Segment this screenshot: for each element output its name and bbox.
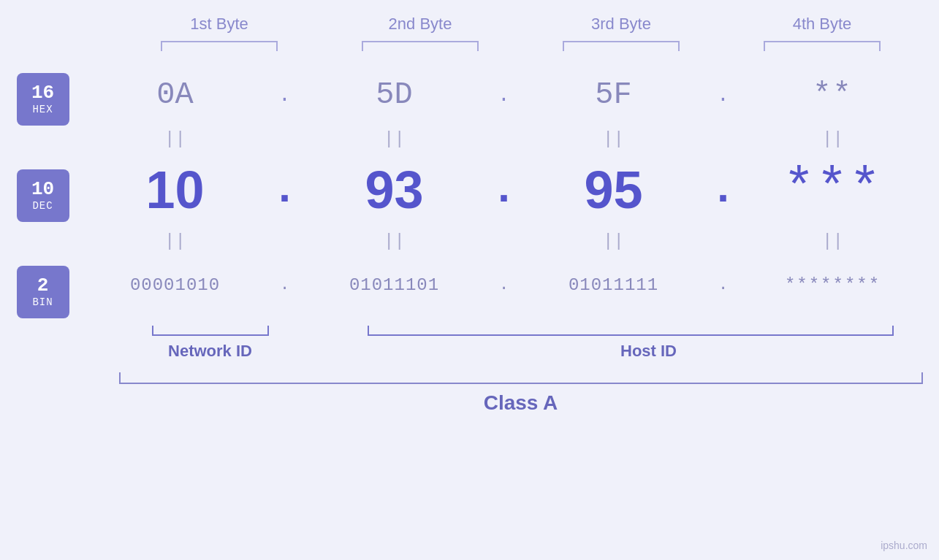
network-id-label: Network ID — [119, 342, 302, 361]
byte3-header: 3rd Byte — [548, 15, 694, 34]
host-id-label: Host ID — [375, 342, 923, 361]
byte2-header: 2nd Byte — [347, 15, 493, 34]
bin-b3: 01011111 — [522, 275, 705, 295]
top-brackets-row — [119, 41, 923, 51]
eq2-b2: || — [303, 231, 486, 251]
dec-badge-number: 10 — [31, 180, 54, 199]
bin-b4: ******** — [742, 275, 924, 295]
dec-badge: 10 DEC — [17, 169, 69, 222]
top-bracket-line-4 — [764, 41, 881, 51]
hex-b2: 5D — [303, 77, 486, 112]
equals-row-2: || || || || — [84, 226, 924, 256]
bottom-section: Network ID Host ID — [119, 326, 923, 361]
dec-b3: 95 — [522, 160, 705, 220]
watermark: ipshu.com — [881, 540, 927, 551]
eq2-b3: || — [522, 231, 705, 251]
hex-b3: 5F — [522, 77, 705, 112]
dec-b4: *** — [742, 160, 924, 220]
bin-sep1: . — [267, 276, 303, 294]
eq2-b1: || — [84, 231, 267, 251]
main-container: 1st Byte 2nd Byte 3rd Byte 4th Byte 16 H… — [0, 0, 939, 560]
class-section: Class A — [119, 372, 923, 415]
hex-b4: ** — [742, 77, 924, 112]
top-bracket-4 — [749, 41, 895, 51]
hex-badge: 16 HEX — [17, 73, 69, 126]
bin-b1: 00001010 — [84, 275, 267, 295]
equals-row-1: || || || || — [84, 124, 924, 153]
eq1-b2: || — [303, 129, 486, 149]
dec-b2: 93 — [303, 160, 486, 220]
host-bracket — [368, 326, 894, 336]
host-bracket-wrap — [338, 326, 923, 336]
top-bracket-line-2 — [362, 41, 479, 51]
main-content: 16 HEX 10 DEC 2 BIN 0A . 5D — [17, 66, 923, 318]
hex-row: 0A . 5D . 5F . ** — [84, 66, 924, 124]
top-bracket-line-1 — [161, 41, 278, 51]
class-label: Class A — [119, 391, 923, 415]
top-bracket-line-3 — [563, 41, 680, 51]
hex-badge-number: 16 — [31, 83, 54, 102]
top-bracket-3 — [548, 41, 694, 51]
eq1-b3: || — [522, 129, 705, 149]
bin-badge-number: 2 — [37, 276, 49, 295]
hex-b1: 0A — [84, 77, 267, 112]
dec-sep1: . — [267, 165, 303, 215]
bin-badge-label: BIN — [32, 296, 53, 308]
dec-row: 10 . 93 . 95 . *** — [84, 153, 924, 226]
values-grid: 0A . 5D . 5F . ** || || — [84, 66, 924, 314]
labels-row: Network ID Host ID — [119, 342, 923, 361]
label-gap — [302, 342, 338, 361]
hex-sep3: . — [705, 84, 742, 107]
network-bracket-wrap — [119, 326, 302, 336]
dec-sep2: . — [486, 165, 522, 215]
dec-badge-label: DEC — [32, 200, 53, 212]
bin-badge: 2 BIN — [17, 266, 69, 318]
hex-badge-label: HEX — [32, 104, 53, 115]
class-bracket — [119, 372, 923, 384]
bin-row: 00001010 . 01011101 . 01011111 . *******… — [84, 256, 924, 314]
badges-column: 16 HEX 10 DEC 2 BIN — [17, 66, 69, 318]
top-bracket-2 — [347, 41, 493, 51]
bracket-gap — [302, 326, 338, 336]
eq1-b1: || — [84, 129, 267, 149]
byte-headers-row: 1st Byte 2nd Byte 3rd Byte 4th Byte — [119, 15, 923, 34]
dec-sep3: . — [705, 165, 742, 215]
top-bracket-1 — [146, 41, 292, 51]
byte4-header: 4th Byte — [749, 15, 895, 34]
eq2-b4: || — [742, 231, 924, 251]
bottom-brackets-row — [119, 326, 923, 336]
hex-sep2: . — [486, 84, 522, 107]
bin-b2: 01011101 — [303, 275, 486, 295]
eq1-b4: || — [742, 129, 924, 149]
byte1-header: 1st Byte — [146, 15, 292, 34]
network-bracket — [152, 326, 269, 336]
hex-sep1: . — [267, 84, 303, 107]
bin-sep2: . — [486, 276, 522, 294]
dec-b1: 10 — [84, 160, 267, 220]
bin-sep3: . — [705, 276, 742, 294]
